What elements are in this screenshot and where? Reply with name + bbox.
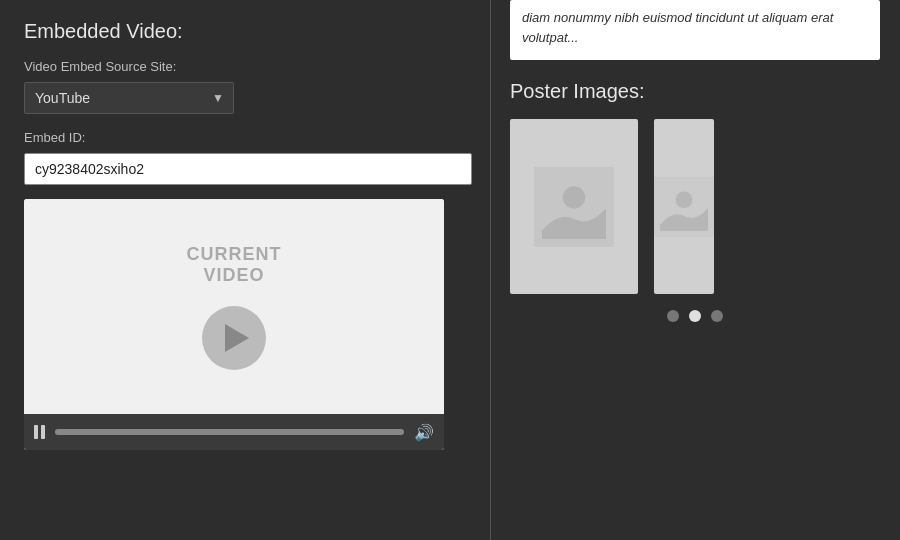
pause-icon [34, 425, 45, 439]
svg-point-3 [676, 191, 693, 208]
dots-row [510, 310, 880, 322]
poster-title: Poster Images: [510, 80, 880, 103]
panel-divider [490, 0, 491, 540]
image-placeholder-icon-2 [654, 167, 714, 247]
play-button[interactable] [202, 306, 266, 370]
pause-button[interactable] [34, 425, 45, 439]
poster-image-2[interactable] [654, 119, 714, 294]
embed-id-input[interactable] [24, 153, 472, 185]
section-title: Embedded Video: [24, 20, 466, 43]
top-text-area: diam nonummy nibh euismod tincidunt ut a… [510, 0, 880, 60]
dot-2[interactable] [689, 310, 701, 322]
source-select[interactable]: YouTube Vimeo Dailymotion [24, 82, 234, 114]
source-label: Video Embed Source Site: [24, 59, 466, 74]
image-placeholder-icon-1 [534, 167, 614, 247]
right-panel: diam nonummy nibh euismod tincidunt ut a… [490, 0, 900, 540]
video-main-area: CURRENTVIDEO [24, 199, 444, 414]
dot-3[interactable] [711, 310, 723, 322]
video-preview: CURRENTVIDEO 🔊 [24, 199, 444, 450]
poster-images-row [510, 119, 880, 294]
dot-1[interactable] [667, 310, 679, 322]
svg-point-1 [563, 186, 585, 208]
video-controls: 🔊 [24, 414, 444, 450]
play-icon [225, 324, 249, 352]
left-panel: Embedded Video: Video Embed Source Site:… [0, 0, 490, 540]
volume-icon[interactable]: 🔊 [414, 423, 434, 442]
video-placeholder-label: CURRENTVIDEO [187, 244, 282, 286]
embed-id-label: Embed ID: [24, 130, 466, 145]
source-select-wrapper: YouTube Vimeo Dailymotion ▼ [24, 82, 234, 114]
progress-bar[interactable] [55, 429, 404, 435]
poster-image-1[interactable] [510, 119, 638, 294]
